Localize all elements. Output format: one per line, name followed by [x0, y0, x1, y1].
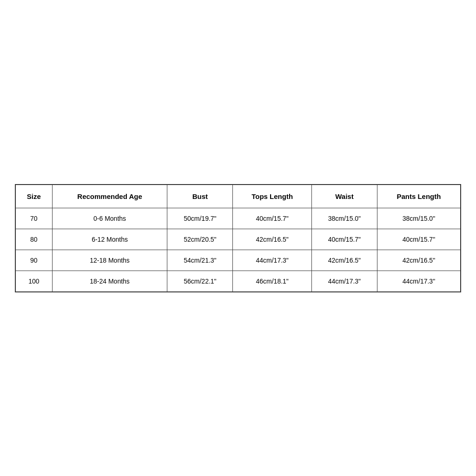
cell-size: 80	[16, 229, 53, 250]
table-row: 9012-18 Months54cm/21.3"44cm/17.3"42cm/1…	[16, 250, 461, 271]
table-row: 10018-24 Months56cm/22.1"46cm/18.1"44cm/…	[16, 271, 461, 291]
cell-pants-length: 42cm/16.5"	[377, 250, 460, 271]
cell-waist: 42cm/16.5"	[311, 250, 377, 271]
cell-bust: 52cm/20.5"	[167, 229, 233, 250]
cell-pants-length: 44cm/17.3"	[377, 271, 460, 291]
cell-waist: 40cm/15.7"	[311, 229, 377, 250]
header-pants-length: Pants Length	[377, 185, 460, 208]
cell-waist: 38cm/15.0"	[311, 208, 377, 229]
cell-age: 18-24 Months	[52, 271, 167, 291]
cell-tops-length: 46cm/18.1"	[233, 271, 312, 291]
cell-pants-length: 38cm/15.0"	[377, 208, 460, 229]
cell-age: 12-18 Months	[52, 250, 167, 271]
cell-bust: 56cm/22.1"	[167, 271, 233, 291]
table-row: 806-12 Months52cm/20.5"42cm/16.5"40cm/15…	[16, 229, 461, 250]
cell-size: 70	[16, 208, 53, 229]
header-recommended-age: Recommended Age	[52, 185, 167, 208]
header-bust: Bust	[167, 185, 233, 208]
header-waist: Waist	[311, 185, 377, 208]
cell-pants-length: 40cm/15.7"	[377, 229, 460, 250]
size-chart-container: Size Recommended Age Bust Tops Length Wa…	[15, 184, 461, 292]
cell-tops-length: 42cm/16.5"	[233, 229, 312, 250]
cell-tops-length: 40cm/15.7"	[233, 208, 312, 229]
header-size: Size	[16, 185, 53, 208]
cell-bust: 54cm/21.3"	[167, 250, 233, 271]
header-tops-length: Tops Length	[233, 185, 312, 208]
cell-bust: 50cm/19.7"	[167, 208, 233, 229]
cell-size: 90	[16, 250, 53, 271]
cell-size: 100	[16, 271, 53, 291]
table-header-row: Size Recommended Age Bust Tops Length Wa…	[16, 185, 461, 208]
cell-tops-length: 44cm/17.3"	[233, 250, 312, 271]
cell-age: 6-12 Months	[52, 229, 167, 250]
table-row: 700-6 Months50cm/19.7"40cm/15.7"38cm/15.…	[16, 208, 461, 229]
size-chart-table: Size Recommended Age Bust Tops Length Wa…	[15, 185, 461, 292]
cell-age: 0-6 Months	[52, 208, 167, 229]
cell-waist: 44cm/17.3"	[311, 271, 377, 291]
